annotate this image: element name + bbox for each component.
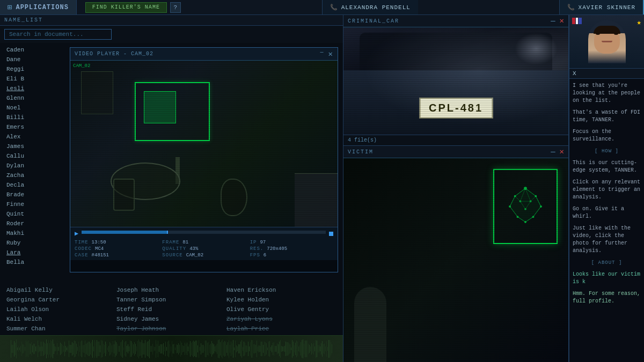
- criminal-car-header: CRIMINAL_CAR — ✕: [343, 15, 568, 27]
- chat-message: That's a waste of FDI time, TANNER.: [573, 109, 641, 124]
- victim-minimize-btn[interactable]: —: [551, 148, 555, 156]
- face-analysis-box: [493, 169, 558, 244]
- svg-marker-26: [510, 188, 541, 222]
- contact-alexandra-button[interactable]: 📞 ALEXANDRA PENDELL: [322, 0, 418, 14]
- contact-xavier-button[interactable]: 📞 XAVIER SKINNER: [559, 0, 644, 14]
- chat-panel: ★ X I see tha: [569, 15, 644, 362]
- task-button[interactable]: FIND KILLER'S NAME: [85, 2, 167, 13]
- list-item[interactable]: Summer Chan: [6, 324, 116, 333]
- avatar-star-icon: ★: [637, 18, 641, 27]
- phone-icon-2: 📞: [567, 4, 575, 11]
- app-title: ⊞ APPLICATIONS: [0, 0, 77, 14]
- list-item[interactable]: Abigail Kelly: [6, 286, 116, 294]
- victim-panel: VICTIM — ✕: [343, 146, 568, 362]
- victim-image[interactable]: [343, 158, 568, 362]
- list-item[interactable]: Tanner Simpson: [116, 295, 226, 304]
- video-controls: ▶ TIME 13:50 FRAME 81: [70, 227, 338, 260]
- criminal-car-panel: CRIMINAL_CAR — ✕ CPL-481: [343, 15, 568, 135]
- list-item[interactable]: Sidney James: [116, 315, 226, 323]
- list-item[interactable]: Taylor Johnson: [116, 324, 226, 333]
- chat-message: Go on. Give it a whirl.: [573, 205, 641, 220]
- list-item[interactable]: Lailah Olson: [6, 305, 116, 314]
- middle-panel: CRIMINAL_CAR — ✕ CPL-481 4 file(s): [343, 15, 569, 362]
- list-item[interactable]: Laylah Price: [226, 324, 336, 333]
- criminal-car-minimize-btn[interactable]: —: [551, 17, 555, 25]
- name-list-panel: NAME_LIST Caden Dane Reggi Eli B Lesli G…: [0, 15, 343, 362]
- victim-panel-controls: — ✕: [551, 148, 564, 156]
- list-item[interactable]: Olive Gentry: [226, 305, 336, 314]
- list-item[interactable]: Kali Welch: [6, 315, 116, 323]
- chat-message-highlight: Looks like our victim is k: [573, 271, 641, 286]
- panel-controls: — ✕: [551, 17, 564, 25]
- agent-avatar: ★: [569, 15, 644, 69]
- list-item[interactable]: Joseph Heath: [116, 286, 226, 294]
- phone-icon-1: 📞: [330, 4, 338, 11]
- chat-message: Focus on the surveillance.: [573, 128, 641, 143]
- name-list-header: NAME_LIST: [0, 15, 343, 26]
- video-progress-bar[interactable]: [82, 231, 326, 234]
- fingerprint-bar: // Generate fp lines via JS since data-b…: [0, 335, 343, 362]
- chat-bottom-message: Hmm. For some reason, full profile.: [573, 290, 641, 305]
- top-bar: ⊞ APPLICATIONS FIND KILLER'S NAME ? 📞 AL…: [0, 0, 644, 15]
- chat-message: This is our cutting-edge system, TANNER.: [573, 159, 641, 174]
- video-close-btn[interactable]: ✕: [328, 49, 333, 58]
- list-item[interactable]: Zariyah Lyons: [226, 315, 336, 323]
- list-item[interactable]: Georgina Carter: [6, 295, 116, 304]
- cam-overlay: CAM_02: [73, 63, 90, 69]
- chat-message: Just like with the video, click the phot…: [573, 225, 641, 255]
- video-player-header: VIDEO PLAYER - CAM_02 — ✕: [70, 48, 338, 61]
- victim-header: VICTIM — ✕: [343, 146, 568, 158]
- main-layout: NAME_LIST Caden Dane Reggi Eli B Lesli G…: [0, 15, 644, 362]
- name-list-search: [0, 26, 343, 43]
- bottom-names-grid: Abigail Kelly Joseph Heath Haven Erickso…: [0, 284, 343, 335]
- list-item[interactable]: Kylee Holden: [226, 295, 336, 304]
- video-screen[interactable]: CAM_02: [70, 61, 338, 227]
- files-bar: 4 file(s): [343, 135, 568, 146]
- play-button[interactable]: ▶: [75, 230, 78, 238]
- video-meta: TIME 13:50 FRAME 81 IP 97 CODEC MC4: [75, 240, 333, 258]
- chat-section-label: [ ABOUT ]: [573, 259, 641, 267]
- video-minimize-btn[interactable]: —: [320, 49, 324, 58]
- chat-message: I see that you're looking at the people …: [573, 82, 641, 105]
- chat-messages[interactable]: I see that you're looking at the people …: [569, 79, 644, 362]
- victim-close-btn[interactable]: ✕: [560, 148, 564, 156]
- list-item[interactable]: Steff Reid: [116, 305, 226, 314]
- criminal-car-close-btn[interactable]: ✕: [560, 17, 564, 25]
- chat-message: Click on any relevant element to trigger…: [573, 179, 641, 201]
- help-button[interactable]: ?: [170, 2, 181, 13]
- car-image[interactable]: CPL-481: [343, 27, 568, 135]
- list-item[interactable]: Haven Erickson: [226, 286, 336, 294]
- chat-section-label: [ HOW ]: [573, 147, 641, 155]
- search-input[interactable]: [4, 29, 112, 40]
- chat-agent-name: X: [569, 69, 644, 79]
- monitor-icon: ⊞: [8, 3, 12, 12]
- video-player: VIDEO PLAYER - CAM_02 — ✕: [70, 47, 338, 272]
